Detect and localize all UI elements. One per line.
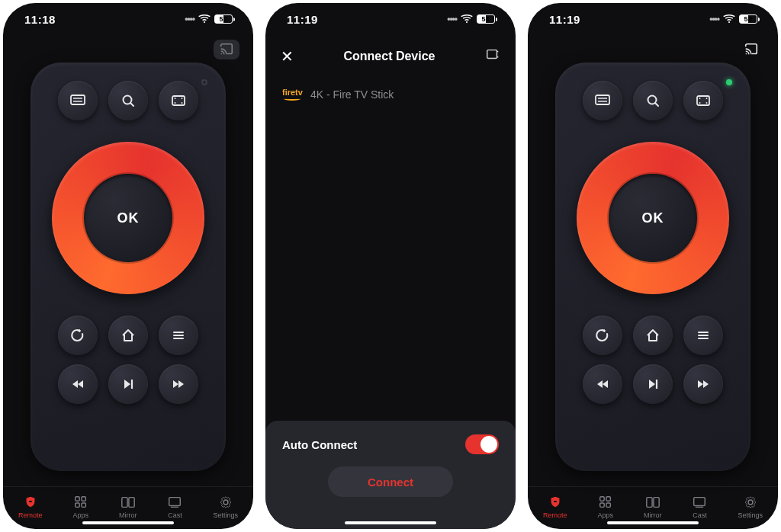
connect-button[interactable]: Connect xyxy=(328,466,453,497)
firetv-logo-icon: firetv xyxy=(282,88,303,101)
tab-settings[interactable]: Settings xyxy=(738,495,763,519)
guide-icon[interactable] xyxy=(485,47,500,66)
wifi-icon xyxy=(460,12,474,26)
home-indicator[interactable] xyxy=(82,521,174,524)
tab-cast[interactable]: Cast xyxy=(167,495,182,519)
tab-apps[interactable]: Apps xyxy=(597,495,613,519)
ok-button[interactable]: OK xyxy=(84,174,172,262)
rewind-button[interactable] xyxy=(58,364,98,404)
status-time: 11:19 xyxy=(549,13,580,26)
phone-screen-remote-disconnected: 11:18 •••• 52 OK xyxy=(3,3,253,529)
tab-cast[interactable]: Cast xyxy=(692,495,707,519)
play-pause-button[interactable] xyxy=(633,364,673,404)
wifi-icon xyxy=(198,12,211,26)
keyboard-button[interactable] xyxy=(58,81,98,120)
close-button[interactable]: ✕ xyxy=(281,49,294,64)
device-name: 4K - Fire TV Stick xyxy=(310,88,394,101)
fast-forward-button[interactable] xyxy=(683,364,723,404)
home-button[interactable] xyxy=(633,316,673,355)
home-indicator[interactable] xyxy=(607,521,699,524)
modal-header: ✕ Connect Device xyxy=(265,40,516,73)
phone-screen-remote-connected: 11:19 •••• 50 OK xyxy=(528,3,778,529)
play-pause-button[interactable] xyxy=(108,364,148,404)
search-button[interactable] xyxy=(633,81,673,120)
search-button[interactable] xyxy=(108,81,148,120)
remote-body: OK xyxy=(555,62,750,471)
tab-remote[interactable]: Remote xyxy=(543,495,567,519)
cast-status-button[interactable] xyxy=(214,40,239,59)
ok-button[interactable]: OK xyxy=(609,174,697,262)
cellular-icon: •••• xyxy=(185,14,194,24)
cellular-icon: •••• xyxy=(709,14,719,24)
battery-indicator: 50 xyxy=(739,14,760,24)
device-row[interactable]: firetv 4K - Fire TV Stick xyxy=(282,88,499,101)
tab-mirror[interactable]: Mirror xyxy=(119,495,137,519)
header-title: Connect Device xyxy=(343,50,435,63)
keyboard-button[interactable] xyxy=(583,81,622,120)
tab-settings[interactable]: Settings xyxy=(213,495,238,519)
bottom-sheet: Auto Connect Connect xyxy=(265,421,516,529)
status-bar: 11:18 •••• 52 xyxy=(3,3,253,35)
device-list: firetv 4K - Fire TV Stick xyxy=(265,73,516,421)
swipe-mode-button[interactable] xyxy=(159,81,198,120)
back-button[interactable] xyxy=(583,316,622,355)
home-indicator[interactable] xyxy=(345,521,436,524)
fast-forward-button[interactable] xyxy=(159,364,198,404)
dpad-ring[interactable]: OK xyxy=(52,142,204,294)
tab-apps[interactable]: Apps xyxy=(72,495,88,519)
battery-indicator: 51 xyxy=(477,14,497,24)
wifi-icon xyxy=(722,12,736,26)
dpad-ring[interactable]: OK xyxy=(577,142,729,294)
auto-connect-label: Auto Connect xyxy=(282,438,357,451)
tab-mirror[interactable]: Mirror xyxy=(644,495,662,519)
tab-remote[interactable]: Remote xyxy=(18,495,43,519)
rewind-button[interactable] xyxy=(583,364,622,404)
cast-status-button[interactable] xyxy=(738,40,764,59)
swipe-mode-button[interactable] xyxy=(683,81,723,120)
remote-body: OK xyxy=(31,62,226,471)
cellular-icon: •••• xyxy=(447,14,457,24)
menu-button[interactable] xyxy=(683,316,723,355)
connection-led-on xyxy=(726,79,732,85)
auto-connect-toggle[interactable] xyxy=(465,434,499,454)
phone-screen-connect-device: 11:19 •••• 51 ✕ Connect Device firetv 4K… xyxy=(265,3,516,529)
status-bar: 11:19 •••• 50 xyxy=(528,3,778,35)
home-button[interactable] xyxy=(108,316,148,355)
connection-led-off xyxy=(201,79,207,85)
menu-button[interactable] xyxy=(159,316,198,355)
back-button[interactable] xyxy=(58,316,98,355)
status-time: 11:18 xyxy=(24,13,56,26)
battery-indicator: 52 xyxy=(214,14,235,24)
status-time: 11:19 xyxy=(287,13,318,26)
status-bar: 11:19 •••• 51 xyxy=(265,3,516,35)
